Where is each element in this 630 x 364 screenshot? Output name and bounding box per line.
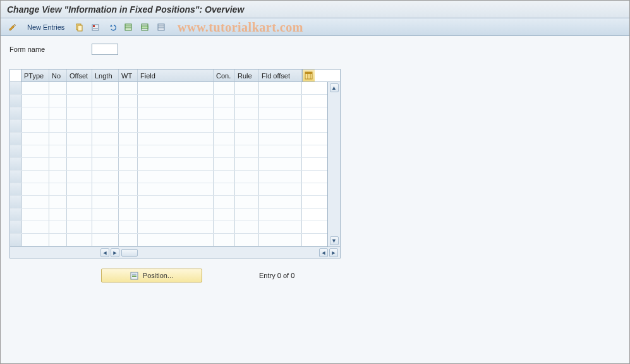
cell-ptype[interactable]: [21, 95, 49, 107]
cell-wt[interactable]: [119, 209, 138, 221]
cell-field[interactable]: [138, 171, 214, 183]
cell-lngth[interactable]: [92, 183, 119, 195]
cell-wt[interactable]: [119, 120, 138, 132]
cell-field[interactable]: [138, 120, 214, 132]
cell-no[interactable]: [49, 120, 67, 132]
col-ptype[interactable]: PType: [21, 70, 49, 82]
cell-fldoff[interactable]: [259, 107, 302, 119]
cell-wt[interactable]: [119, 196, 138, 208]
cell-ptype[interactable]: [21, 120, 49, 132]
cell-offset[interactable]: [67, 183, 92, 195]
cell-offset[interactable]: [67, 196, 92, 208]
select-all-button[interactable]: [121, 21, 135, 33]
cell-offset[interactable]: [67, 120, 92, 132]
cell-field[interactable]: [138, 158, 214, 170]
select-block-button[interactable]: [138, 21, 152, 33]
cell-fldoff[interactable]: [259, 234, 302, 246]
copy-button[interactable]: [72, 21, 86, 33]
horizontal-scrollbar[interactable]: ◄ ► ◄ ►: [10, 246, 340, 258]
cell-lngth[interactable]: [92, 107, 119, 119]
cell-con[interactable]: [214, 95, 235, 107]
row-selector-header[interactable]: [10, 70, 21, 82]
cell-no[interactable]: [49, 221, 67, 233]
cell-fldoff[interactable]: [259, 196, 302, 208]
cell-lngth[interactable]: [92, 145, 119, 157]
cell-wt[interactable]: [119, 133, 138, 145]
cell-ptype[interactable]: [21, 145, 49, 157]
cell-offset[interactable]: [67, 145, 92, 157]
cell-ptype[interactable]: [21, 221, 49, 233]
cell-ptype[interactable]: [21, 158, 49, 170]
cell-field[interactable]: [138, 145, 214, 157]
cell-con[interactable]: [214, 107, 235, 119]
cell-con[interactable]: [214, 196, 235, 208]
cell-field[interactable]: [138, 221, 214, 233]
cell-rule[interactable]: [235, 209, 259, 221]
scroll-right-end-button[interactable]: ►: [329, 248, 338, 257]
cell-fldoff[interactable]: [259, 120, 302, 132]
cell-no[interactable]: [49, 171, 67, 183]
cell-fldoff[interactable]: [259, 183, 302, 195]
col-con[interactable]: Con.: [214, 70, 235, 82]
cell-offset[interactable]: [67, 133, 92, 145]
col-fldoff[interactable]: Fld offset: [259, 70, 302, 82]
cell-ptype[interactable]: [21, 209, 49, 221]
scroll-up-button[interactable]: ▲: [330, 83, 339, 92]
row-selector[interactable]: [10, 196, 21, 208]
edit-button[interactable]: [6, 21, 20, 33]
cell-lngth[interactable]: [92, 158, 119, 170]
configure-columns-button[interactable]: [302, 70, 315, 82]
col-no[interactable]: No: [49, 70, 67, 82]
cell-offset[interactable]: [67, 107, 92, 119]
cell-no[interactable]: [49, 95, 67, 107]
row-selector[interactable]: [10, 145, 21, 157]
cell-rule[interactable]: [235, 158, 259, 170]
hscroll-thumb[interactable]: [121, 249, 138, 257]
cell-con[interactable]: [214, 158, 235, 170]
cell-wt[interactable]: [119, 183, 138, 195]
cell-rule[interactable]: [235, 82, 259, 94]
scroll-right-button[interactable]: ►: [111, 248, 119, 257]
cell-rule[interactable]: [235, 234, 259, 246]
cell-rule[interactable]: [235, 183, 259, 195]
cell-ptype[interactable]: [21, 196, 49, 208]
cell-lngth[interactable]: [92, 221, 119, 233]
row-selector[interactable]: [10, 171, 21, 183]
cell-no[interactable]: [49, 196, 67, 208]
cell-rule[interactable]: [235, 196, 259, 208]
cell-offset[interactable]: [67, 234, 92, 246]
cell-con[interactable]: [214, 183, 235, 195]
col-wt[interactable]: WT: [119, 70, 138, 82]
cell-no[interactable]: [49, 82, 67, 94]
cell-con[interactable]: [214, 221, 235, 233]
position-button[interactable]: Position...: [101, 269, 202, 282]
cell-ptype[interactable]: [21, 82, 49, 94]
cell-lngth[interactable]: [92, 120, 119, 132]
col-lngth[interactable]: Lngth: [92, 70, 119, 82]
cell-no[interactable]: [49, 234, 67, 246]
cell-rule[interactable]: [235, 171, 259, 183]
cell-offset[interactable]: [67, 158, 92, 170]
cell-con[interactable]: [214, 145, 235, 157]
cell-con[interactable]: [214, 209, 235, 221]
cell-con[interactable]: [214, 82, 235, 94]
cell-rule[interactable]: [235, 221, 259, 233]
cell-offset[interactable]: [67, 221, 92, 233]
cell-lngth[interactable]: [92, 133, 119, 145]
cell-no[interactable]: [49, 183, 67, 195]
cell-wt[interactable]: [119, 82, 138, 94]
row-selector[interactable]: [10, 120, 21, 132]
cell-ptype[interactable]: [21, 183, 49, 195]
cell-no[interactable]: [49, 107, 67, 119]
cell-fldoff[interactable]: [259, 221, 302, 233]
row-selector[interactable]: [10, 209, 21, 221]
cell-fldoff[interactable]: [259, 145, 302, 157]
col-offset[interactable]: Offset: [67, 70, 92, 82]
row-selector[interactable]: [10, 221, 21, 233]
cell-no[interactable]: [49, 133, 67, 145]
cell-fldoff[interactable]: [259, 209, 302, 221]
row-selector[interactable]: [10, 82, 21, 94]
cell-ptype[interactable]: [21, 234, 49, 246]
cell-offset[interactable]: [67, 171, 92, 183]
cell-con[interactable]: [214, 234, 235, 246]
